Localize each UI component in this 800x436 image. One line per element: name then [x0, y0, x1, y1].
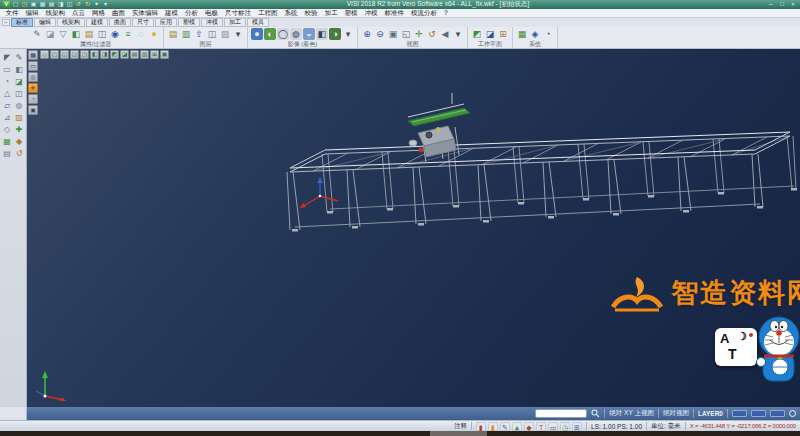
- rect-icon[interactable]: ▭: [2, 64, 13, 75]
- trim-icon[interactable]: ◧: [14, 64, 25, 75]
- plane-icon[interactable]: ▱: [2, 100, 13, 111]
- shaded-edges-icon[interactable]: ◐: [264, 28, 276, 40]
- active-layer-status[interactable]: LAYER0: [698, 410, 723, 417]
- status-book-icon[interactable]: ▮: [476, 422, 486, 431]
- command-search-input[interactable]: [535, 409, 587, 418]
- menu-item[interactable]: 网格: [89, 9, 109, 17]
- new-file-icon[interactable]: ▢: [12, 1, 19, 8]
- save-all-icon[interactable]: ▦: [39, 1, 46, 8]
- attr-copy-icon[interactable]: ◫: [96, 28, 108, 40]
- stamp-icon[interactable]: ✦: [93, 1, 100, 8]
- menu-item[interactable]: 实体编辑: [129, 9, 162, 17]
- menu-item[interactable]: 校验: [301, 9, 321, 17]
- menu-item[interactable]: ?: [441, 9, 452, 17]
- wireframe-view-icon[interactable]: ◯: [277, 28, 289, 40]
- tab-modeling[interactable]: 建模: [86, 18, 108, 27]
- system-info-icon[interactable]: ◔: [542, 28, 554, 40]
- chamfer-icon[interactable]: ⊿: [2, 112, 13, 123]
- render-dropdown-icon[interactable]: ▾: [342, 28, 354, 40]
- layer-dropdown-icon[interactable]: ▾: [232, 28, 244, 40]
- attr-show-icon[interactable]: ●: [148, 28, 160, 40]
- pan-icon[interactable]: ✛: [413, 28, 425, 40]
- attr-pen-icon[interactable]: ✎: [31, 28, 43, 40]
- layer-swatch[interactable]: [732, 410, 747, 417]
- menu-item[interactable]: 冲模: [361, 9, 381, 17]
- hatch-icon[interactable]: ▨: [14, 112, 25, 123]
- offset-icon[interactable]: ◫: [14, 88, 25, 99]
- menu-item[interactable]: 曲面: [109, 9, 129, 17]
- save-icon[interactable]: ▣: [30, 1, 37, 8]
- shadow-view-icon[interactable]: ◑: [329, 28, 341, 40]
- rotate-icon[interactable]: ↺: [14, 148, 25, 159]
- attr-paint-icon[interactable]: ◉: [109, 28, 121, 40]
- add-geometry-icon[interactable]: ✚: [14, 124, 25, 135]
- menu-item[interactable]: 标准件: [381, 9, 408, 17]
- system-settings-icon[interactable]: ▦: [516, 28, 528, 40]
- diamond-icon[interactable]: ◇: [2, 124, 13, 135]
- menu-item[interactable]: 文件: [2, 9, 22, 17]
- tab-dimension[interactable]: 尺寸: [132, 18, 154, 27]
- workplane-custom-icon[interactable]: ◪: [484, 28, 496, 40]
- triangle-icon[interactable]: △: [2, 88, 13, 99]
- status-grid-icon[interactable]: ⊞: [572, 422, 582, 431]
- menu-item[interactable]: 建模: [162, 9, 182, 17]
- notes-label[interactable]: 注释: [454, 422, 467, 431]
- transparent-view-icon[interactable]: ◒: [303, 28, 315, 40]
- layer-filter-icon[interactable]: ▤: [83, 28, 95, 40]
- workplane-grid-icon[interactable]: ⊞: [497, 28, 509, 40]
- section-view-icon[interactable]: ◧: [316, 28, 328, 40]
- qat-dropdown-icon[interactable]: ▾: [102, 1, 109, 8]
- hidden-line-icon[interactable]: ◍: [290, 28, 302, 40]
- menu-item[interactable]: 编辑: [22, 9, 42, 17]
- menu-item[interactable]: 尺寸标注: [222, 9, 255, 17]
- select-icon[interactable]: ◤: [2, 52, 13, 63]
- tab-standard[interactable]: 标准: [11, 18, 33, 27]
- layer-settings-icon[interactable]: ▨: [219, 28, 231, 40]
- snap-indicator-icon[interactable]: [789, 410, 796, 417]
- rotate-view-icon[interactable]: ↺: [426, 28, 438, 40]
- zoom-out-icon[interactable]: ⊖: [374, 28, 386, 40]
- tab-application[interactable]: 应用: [155, 18, 177, 27]
- status-pen-icon[interactable]: ✎: [500, 422, 510, 431]
- menu-item[interactable]: 点云: [69, 9, 89, 17]
- status-text-icon[interactable]: T: [536, 422, 546, 431]
- shaded-view-icon[interactable]: ●: [251, 28, 263, 40]
- tab-surface[interactable]: 曲面: [109, 18, 131, 27]
- circle-icon[interactable]: ◍: [14, 100, 25, 111]
- menu-item[interactable]: 线架构: [42, 9, 69, 17]
- layer-move-icon[interactable]: ⇧: [193, 28, 205, 40]
- maximize-button[interactable]: □: [778, 1, 786, 8]
- menu-item[interactable]: 塑模: [341, 9, 361, 17]
- previous-view-icon[interactable]: ◀: [439, 28, 451, 40]
- view-mode-status[interactable]: 绝对视图: [663, 409, 689, 418]
- undo-icon[interactable]: ↺: [75, 1, 82, 8]
- attr-hide-icon[interactable]: ◌: [135, 28, 147, 40]
- status-flag-icon[interactable]: ▲: [512, 422, 522, 431]
- menu-item[interactable]: 模流分析: [408, 9, 441, 17]
- viewport-3d[interactable]: ▦▭◎✛◔▣ ◇◰◱◲◳◧◨◩◪▤▥⊞▣: [27, 49, 800, 407]
- layer-visibility-icon[interactable]: ◫: [206, 28, 218, 40]
- menu-item[interactable]: 分析: [182, 9, 202, 17]
- tab-machining[interactable]: 加工: [224, 18, 246, 27]
- sketch-icon[interactable]: ✎: [14, 52, 25, 63]
- menu-item[interactable]: 系统: [281, 9, 301, 17]
- menu-item[interactable]: 工程图: [255, 9, 282, 17]
- attr-eraser-icon[interactable]: ◪: [44, 28, 56, 40]
- workplane-xy-icon[interactable]: ◩: [471, 28, 483, 40]
- zoom-window-icon[interactable]: ▣: [387, 28, 399, 40]
- status-marker-icon[interactable]: ▮: [488, 422, 498, 431]
- tab-progress[interactable]: 冲模: [201, 18, 223, 27]
- color-filter-icon[interactable]: ◧: [70, 28, 82, 40]
- redo-icon[interactable]: ↻: [84, 1, 91, 8]
- tabstrip-collapse-button[interactable]: −: [2, 19, 10, 26]
- copy-icon[interactable]: ◫: [66, 1, 73, 8]
- zoom-in-icon[interactable]: ⊕: [361, 28, 373, 40]
- print-icon[interactable]: ▤: [48, 1, 55, 8]
- tab-mould[interactable]: 塑模: [178, 18, 200, 27]
- filter-icon[interactable]: ▽: [57, 28, 69, 40]
- mirror-icon[interactable]: ◪: [14, 76, 25, 87]
- tab-tooling[interactable]: 模具: [247, 18, 269, 27]
- cut-icon[interactable]: ◨: [57, 1, 64, 8]
- layer-swatch[interactable]: [751, 410, 766, 417]
- tab-edit[interactable]: 编辑: [34, 18, 56, 27]
